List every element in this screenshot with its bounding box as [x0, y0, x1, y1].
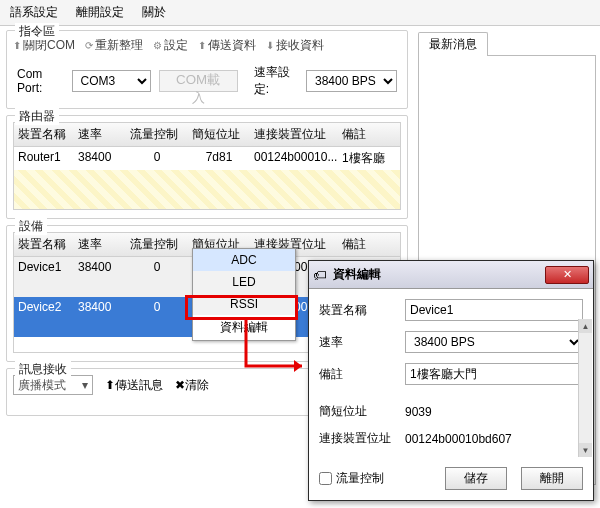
dialog-title: 資料編輯: [333, 266, 539, 283]
dialog-close-button[interactable]: ✕: [545, 266, 589, 284]
dlg-conn-value: 00124b00010bd607: [405, 432, 583, 446]
up-arrow-icon: ⬆: [105, 378, 115, 392]
dlg-note-input[interactable]: [405, 363, 583, 385]
scroll-down-icon[interactable]: ▼: [579, 443, 592, 457]
refresh-button[interactable]: ⟳重新整理: [85, 37, 143, 54]
dialog-scrollbar[interactable]: ▲▼: [578, 319, 592, 457]
command-legend: 指令區: [15, 23, 59, 40]
news-tab[interactable]: 最新消息: [418, 32, 488, 56]
menu-leave[interactable]: 離開設定: [76, 4, 124, 21]
router-row[interactable]: Router13840007d8100124b00010...1樓客廳: [13, 147, 401, 170]
message-legend: 訊息接收: [15, 361, 71, 378]
menu-bar: 語系設定 離開設定 關於: [0, 0, 600, 26]
settings-button[interactable]: ⚙設定: [153, 37, 188, 54]
edit-dialog: 🏷 資料編輯 ✕ 裝置名稱 速率38400 BPS 備註 簡短位址9039 連接…: [308, 260, 594, 501]
command-group: 指令區 ⬆關閉COM ⟳重新整理 ⚙設定 ⬆傳送資料 ⬇接收資料 Com Por…: [6, 30, 408, 109]
send-msg-button[interactable]: ⬆傳送訊息: [105, 377, 163, 394]
up-arrow-icon: ⬆: [13, 40, 21, 51]
x-icon: ✖: [175, 378, 185, 392]
ctx-led[interactable]: LED: [193, 271, 295, 293]
broadcast-mode-select[interactable]: 廣播模式▾: [13, 375, 93, 395]
router-table-header: 裝置名稱速率流量控制簡短位址連接裝置位址備註: [13, 122, 401, 147]
down-arrow-icon: ⬇: [266, 40, 274, 51]
clear-msg-button[interactable]: ✖清除: [175, 377, 209, 394]
dlg-short-label: 簡短位址: [319, 403, 405, 420]
gear-icon: ⚙: [153, 40, 162, 51]
dlg-rate-label: 速率: [319, 334, 405, 351]
dlg-name-label: 裝置名稱: [319, 302, 405, 319]
router-empty-area: [13, 170, 401, 210]
dlg-short-value: 9039: [405, 405, 583, 419]
dlg-conn-label: 連接裝置位址: [319, 430, 405, 447]
dlg-flow-checkbox[interactable]: 流量控制: [319, 470, 431, 487]
command-toolbar: ⬆關閉COM ⟳重新整理 ⚙設定 ⬆傳送資料 ⬇接收資料: [13, 37, 401, 54]
dlg-leave-button[interactable]: 離開: [521, 467, 583, 490]
refresh-icon: ⟳: [85, 40, 93, 51]
com-load-button: COM載入: [159, 70, 238, 92]
chevron-down-icon: ▾: [82, 378, 88, 392]
close-icon: ✕: [563, 268, 572, 281]
com-port-label: Com Port:: [17, 67, 64, 95]
scroll-up-icon[interactable]: ▲: [579, 319, 592, 333]
recv-data-button[interactable]: ⬇接收資料: [266, 37, 324, 54]
ctx-adc[interactable]: ADC: [193, 249, 295, 271]
dlg-name-input[interactable]: [405, 299, 583, 321]
menu-about[interactable]: 關於: [142, 4, 166, 21]
menu-lang[interactable]: 語系設定: [10, 4, 58, 21]
dialog-titlebar[interactable]: 🏷 資料編輯 ✕: [309, 261, 593, 289]
router-legend: 路由器: [15, 108, 59, 125]
dlg-save-button[interactable]: 儲存: [445, 467, 507, 490]
rate-label: 速率設定:: [254, 64, 298, 98]
tag-icon: 🏷: [313, 267, 327, 283]
rate-select[interactable]: 38400 BPS: [306, 70, 397, 92]
device-legend: 設備: [15, 218, 47, 235]
com-port-select[interactable]: COM3: [72, 70, 151, 92]
send-data-button[interactable]: ⬆傳送資料: [198, 37, 256, 54]
router-group: 路由器 裝置名稱速率流量控制簡短位址連接裝置位址備註 Router1384000…: [6, 115, 408, 219]
dlg-rate-select[interactable]: 38400 BPS: [405, 331, 583, 353]
dlg-note-label: 備註: [319, 366, 405, 383]
up-arrow-icon: ⬆: [198, 40, 206, 51]
